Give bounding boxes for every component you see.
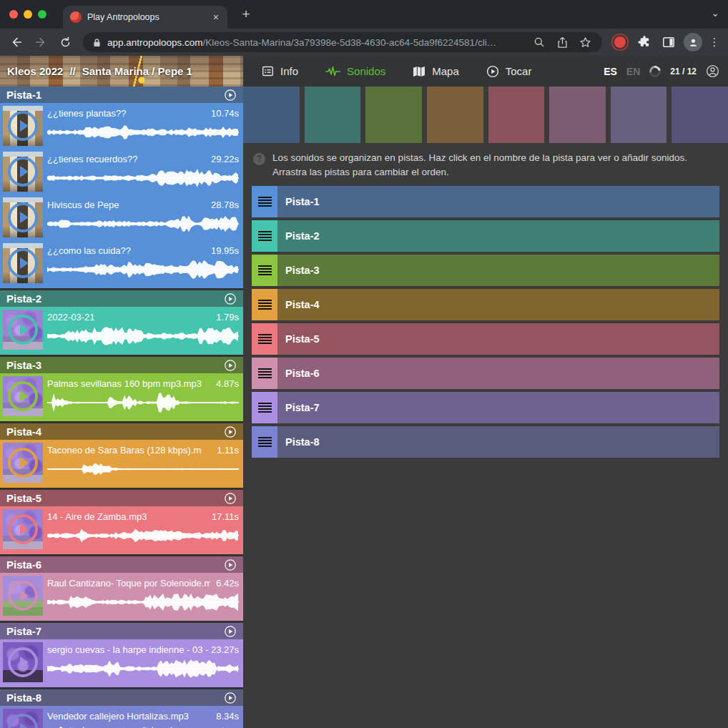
back-button[interactable] xyxy=(6,32,27,52)
clip-thumbnail[interactable] xyxy=(3,576,43,616)
nav-item-sonidos[interactable]: Sonidos xyxy=(325,65,385,77)
extensions-puzzle-icon[interactable] xyxy=(634,32,655,52)
clip-thumbnail[interactable] xyxy=(3,709,43,728)
breadcrumb-title[interactable]: Santa Marina / Pepe 1 xyxy=(82,65,192,77)
track-row-pista-5[interactable]: Pista-5 xyxy=(252,323,719,355)
nav-item-mapa[interactable]: Mapa xyxy=(413,65,459,77)
track-row-pista-4[interactable]: Pista-4 xyxy=(252,289,719,320)
clip-thumbnail[interactable] xyxy=(3,106,43,146)
clip-thumbnail[interactable] xyxy=(3,152,43,192)
track-header[interactable]: Pista-4 xyxy=(0,423,243,440)
side-panel-icon[interactable] xyxy=(658,32,679,52)
clip-play-icon[interactable] xyxy=(8,157,38,187)
clip-play-icon[interactable] xyxy=(8,514,38,544)
browser-menu-icon[interactable]: ⋮ xyxy=(707,36,722,49)
track-header[interactable]: Pista-8 xyxy=(0,689,243,706)
track-row-pista-3[interactable]: Pista-3 xyxy=(252,255,719,286)
clip-play-icon[interactable] xyxy=(8,202,38,232)
clip-play-icon[interactable] xyxy=(8,248,38,278)
track-header[interactable]: Pista-2 xyxy=(0,290,243,307)
nav-item-tocar[interactable]: Tocar xyxy=(486,65,532,78)
clip-thumbnail[interactable] xyxy=(3,310,43,350)
clip-thumbnail[interactable] xyxy=(3,443,43,483)
drag-handle-icon[interactable] xyxy=(252,392,277,423)
clip-play-icon[interactable] xyxy=(8,714,38,728)
clip-title: 14 - Aire de Zamba.mp3 xyxy=(47,511,202,522)
drag-handle-icon[interactable] xyxy=(252,186,277,217)
record-extension-icon[interactable] xyxy=(609,32,631,52)
browser-tab[interactable]: Play Antropoloops × xyxy=(63,6,227,29)
track-play-button[interactable] xyxy=(224,692,237,704)
address-bar[interactable]: app.antropoloops.com/Kleos-Santa-Marina/… xyxy=(83,32,602,52)
drag-handle-icon[interactable] xyxy=(252,220,277,252)
track-row-pista-7[interactable]: Pista-7 xyxy=(252,392,719,423)
clip-duration: 29.22s xyxy=(211,154,239,164)
clip-thumbnail[interactable] xyxy=(3,243,43,283)
clip-thumbnail[interactable] xyxy=(3,376,43,416)
clip-play-icon[interactable] xyxy=(8,448,38,478)
lang-toggle-en[interactable]: EN xyxy=(626,66,640,77)
clip-play-icon[interactable] xyxy=(8,111,38,141)
nav-item-info[interactable]: Info xyxy=(262,65,298,77)
drag-handle-icon[interactable] xyxy=(252,323,277,355)
lang-toggle-es[interactable]: ES xyxy=(604,66,617,77)
track-row-pista-8[interactable]: Pista-8 xyxy=(252,426,719,458)
track-header[interactable]: Pista-1 xyxy=(0,87,243,103)
clip-thumbnail[interactable] xyxy=(3,197,43,237)
audio-clip[interactable]: ¿¿como las cuida?? 19.95s xyxy=(0,240,243,286)
minimize-window-button[interactable] xyxy=(24,10,32,19)
track-row-pista-6[interactable]: Pista-6 xyxy=(252,358,719,389)
bookmark-star-icon[interactable] xyxy=(576,36,594,49)
clip-duration: 4.87s xyxy=(216,378,239,389)
close-window-button[interactable] xyxy=(9,10,18,19)
audio-clip[interactable]: Hiviscus de Pepe 28.78s xyxy=(0,195,243,240)
track-play-button[interactable] xyxy=(224,559,237,571)
clip-thumbnail[interactable] xyxy=(3,509,43,549)
track-play-button[interactable] xyxy=(224,89,237,102)
track-play-button[interactable] xyxy=(224,492,237,505)
zoom-window-button[interactable] xyxy=(38,10,46,19)
audio-clip[interactable]: 2022-03-21 1.79s xyxy=(0,307,243,353)
clip-play-icon[interactable] xyxy=(8,315,38,345)
audio-clip[interactable]: ¿¿tienes recuerdos?? 29.22s xyxy=(0,149,243,195)
audio-clip[interactable]: Taconeo de Sara Baras (128 kbps).mp3 1.1… xyxy=(0,440,243,486)
track-row-pista-1[interactable]: Pista-1 xyxy=(252,186,719,217)
clip-play-icon[interactable] xyxy=(8,647,38,677)
project-map-banner[interactable]: Kleos 2022 // Santa Marina / Pepe 1 xyxy=(0,56,243,87)
clip-play-icon[interactable] xyxy=(8,581,38,611)
track-header[interactable]: Pista-3 xyxy=(0,357,243,373)
browser-profile-avatar[interactable] xyxy=(682,32,704,52)
track-play-button[interactable] xyxy=(224,426,237,438)
track-header[interactable]: Pista-5 xyxy=(0,490,243,506)
audio-clip[interactable]: Vendedor callejero Hortalizas.mp3 8.34s xyxy=(0,706,243,728)
drag-handle-icon[interactable] xyxy=(252,358,277,389)
reload-button[interactable] xyxy=(54,32,76,52)
clip-title: Taconeo de Sara Baras (128 kbps).mp3 xyxy=(47,445,202,456)
forward-button[interactable] xyxy=(30,32,51,52)
breadcrumb-project[interactable]: Kleos 2022 xyxy=(7,65,63,77)
track-header[interactable]: Pista-7 xyxy=(0,623,243,639)
audio-clip[interactable]: Raul Cantizano- Toque por Solenoide.mp3 … xyxy=(0,573,243,619)
track-header[interactable]: Pista-6 xyxy=(0,556,243,573)
tab-close-icon[interactable]: × xyxy=(212,11,220,23)
color-swatch-pista-5 xyxy=(488,87,545,143)
clip-thumbnail[interactable] xyxy=(3,642,43,682)
drag-handle-icon[interactable] xyxy=(252,255,277,286)
audio-clip[interactable]: 14 - Aire de Zamba.mp3 17.11s xyxy=(0,506,243,552)
new-tab-button[interactable]: + xyxy=(237,6,255,24)
lock-icon[interactable] xyxy=(92,38,102,47)
audio-clip[interactable]: ¿¿tienes plantas?? 10.74s xyxy=(0,103,243,149)
clip-play-icon[interactable] xyxy=(8,381,38,411)
track-play-button[interactable] xyxy=(224,359,237,372)
audio-clip[interactable]: sergio cuevas - la harpe indienne - 03 -… xyxy=(0,639,243,685)
zoom-page-icon[interactable] xyxy=(531,36,548,48)
drag-handle-icon[interactable] xyxy=(252,426,277,458)
track-play-button[interactable] xyxy=(224,625,237,638)
drag-handle-icon[interactable] xyxy=(252,289,277,320)
account-icon[interactable] xyxy=(706,64,719,78)
track-play-button[interactable] xyxy=(224,292,237,305)
tab-search-chevron-icon[interactable]: ⌄ xyxy=(711,7,719,19)
share-icon[interactable] xyxy=(554,36,571,49)
audio-clip[interactable]: Palmas sevillanas 160 bpm mp3.mp3 4.87s xyxy=(0,373,243,419)
track-row-pista-2[interactable]: Pista-2 xyxy=(252,220,719,252)
